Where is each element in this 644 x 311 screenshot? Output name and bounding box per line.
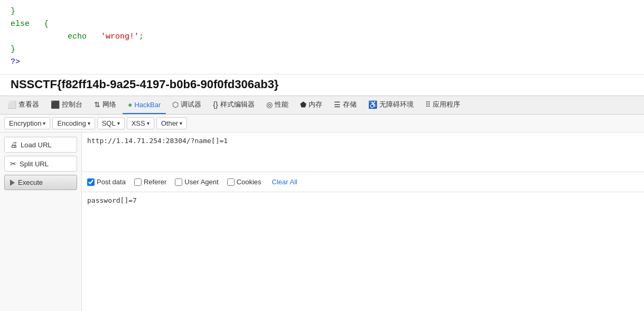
memory-icon: ⬟ bbox=[300, 100, 306, 109]
user-agent-checkbox[interactable] bbox=[175, 178, 182, 186]
referer-checkbox[interactable] bbox=[134, 178, 142, 186]
console-icon: ⬛ bbox=[51, 100, 60, 109]
inspector-icon: ⬜ bbox=[7, 100, 16, 109]
user-agent-label: User Agent bbox=[184, 178, 218, 186]
xss-arrow-icon: ▾ bbox=[147, 120, 150, 126]
user-agent-checkbox-item[interactable]: User Agent bbox=[175, 178, 218, 186]
tab-performance-label: 性能 bbox=[275, 100, 288, 109]
devtools-tabbar: ⬜ 查看器 ⬛ 控制台 ⇅ 网络 ● HackBar ⬡ 调试器 {} 样式编辑… bbox=[0, 96, 644, 115]
encoding-label: Encoding bbox=[57, 119, 86, 127]
tab-style-editor-label: 样式编辑器 bbox=[220, 100, 255, 109]
post-data-label: Post data bbox=[97, 178, 126, 186]
hackbar-toolbar: Encryption ▾ Encoding ▾ SQL ▾ XSS ▾ Othe… bbox=[0, 115, 644, 133]
code-line-3: echo 'wrong!'; bbox=[11, 31, 633, 43]
referer-checkbox-item[interactable]: Referer bbox=[134, 178, 166, 186]
encryption-arrow-icon: ▾ bbox=[43, 120, 45, 126]
checkboxes-bar: Post data Referer User Agent Cookies Cle… bbox=[82, 172, 644, 192]
code-line-5: ?> bbox=[11, 56, 633, 69]
tab-network-label: 网络 bbox=[102, 100, 116, 109]
post-data-checkbox[interactable] bbox=[87, 178, 95, 186]
tab-accessibility[interactable]: ♿ 无障碍环境 bbox=[363, 96, 419, 114]
xss-label: XSS bbox=[132, 119, 145, 127]
performance-icon: ◎ bbox=[266, 100, 273, 109]
cookies-checkbox[interactable] bbox=[227, 178, 235, 186]
post-data-input[interactable] bbox=[82, 192, 644, 311]
url-input-area bbox=[82, 133, 644, 172]
post-data-checkbox-item[interactable]: Post data bbox=[87, 178, 126, 186]
encoding-arrow-icon: ▾ bbox=[88, 120, 90, 126]
tab-memory-label: 内存 bbox=[309, 100, 322, 109]
tab-inspector-label: 查看器 bbox=[18, 100, 39, 109]
tab-console[interactable]: ⬛ 控制台 bbox=[45, 96, 88, 114]
tab-hackbar[interactable]: ● HackBar bbox=[123, 96, 166, 114]
tab-storage-label: 存储 bbox=[343, 100, 357, 109]
sql-arrow-icon: ▾ bbox=[117, 120, 120, 126]
tab-accessibility-label: 无障碍环境 bbox=[379, 100, 414, 109]
encoding-dropdown[interactable]: Encoding ▾ bbox=[52, 117, 95, 129]
referer-label: Referer bbox=[144, 178, 166, 186]
other-arrow-icon: ▾ bbox=[180, 120, 182, 126]
post-data-area bbox=[82, 192, 644, 311]
clear-all-button[interactable]: Clear All bbox=[272, 178, 297, 186]
cookies-checkbox-item[interactable]: Cookies bbox=[227, 178, 262, 186]
split-url-label: Split URL bbox=[20, 160, 49, 168]
sql-dropdown[interactable]: SQL ▾ bbox=[97, 117, 125, 129]
code-line-2: else { bbox=[11, 18, 633, 31]
execute-play-icon bbox=[10, 180, 15, 186]
hackbar-main: Post data Referer User Agent Cookies Cle… bbox=[82, 133, 644, 311]
hackbar-icon: ● bbox=[128, 100, 132, 109]
flag-text: NSSCTF{f82ff14b-9a25-4197-b0b6-90f0fd306… bbox=[0, 74, 644, 96]
execute-button[interactable]: Execute bbox=[4, 175, 77, 190]
storage-icon: ☰ bbox=[334, 100, 341, 109]
accessibility-icon: ♿ bbox=[368, 100, 377, 109]
hackbar-sidebar: 🖨 Load URL ✂ Split URL Execute bbox=[0, 133, 82, 311]
apps-icon: ⠿ bbox=[425, 100, 431, 109]
cookies-label: Cookies bbox=[237, 178, 262, 186]
tab-apps[interactable]: ⠿ 应用程序 bbox=[420, 96, 465, 114]
encryption-dropdown[interactable]: Encryption ▾ bbox=[4, 117, 50, 129]
tab-memory[interactable]: ⬟ 内存 bbox=[295, 96, 328, 114]
tab-apps-label: 应用程序 bbox=[433, 100, 460, 109]
other-label: Other bbox=[161, 119, 179, 127]
network-icon: ⇅ bbox=[94, 100, 100, 109]
code-line-1: } bbox=[11, 5, 633, 18]
load-url-button[interactable]: 🖨 Load URL bbox=[4, 137, 77, 153]
tab-debugger-label: 调试器 bbox=[181, 100, 201, 109]
tab-style-editor[interactable]: {} 样式编辑器 bbox=[208, 96, 259, 114]
tab-inspector[interactable]: ⬜ 查看器 bbox=[2, 96, 44, 114]
url-input[interactable] bbox=[82, 133, 644, 169]
code-line-4: } bbox=[11, 43, 633, 56]
hackbar-content: 🖨 Load URL ✂ Split URL Execute Post data… bbox=[0, 133, 644, 311]
encryption-label: Encryption bbox=[9, 119, 41, 127]
load-url-icon: 🖨 bbox=[10, 140, 17, 149]
xss-dropdown[interactable]: XSS ▾ bbox=[127, 117, 154, 129]
tab-storage[interactable]: ☰ 存储 bbox=[329, 96, 362, 114]
split-url-icon: ✂ bbox=[10, 159, 16, 168]
sql-label: SQL bbox=[102, 119, 116, 127]
other-dropdown[interactable]: Other ▾ bbox=[156, 117, 188, 129]
tab-console-label: 控制台 bbox=[62, 100, 82, 109]
tab-debugger[interactable]: ⬡ 调试器 bbox=[167, 96, 207, 114]
tab-performance[interactable]: ◎ 性能 bbox=[261, 96, 294, 114]
load-url-label: Load URL bbox=[21, 141, 52, 149]
debugger-icon: ⬡ bbox=[172, 100, 179, 109]
tab-hackbar-label: HackBar bbox=[134, 101, 161, 109]
split-url-button[interactable]: ✂ Split URL bbox=[4, 156, 77, 172]
tab-network[interactable]: ⇅ 网络 bbox=[89, 96, 122, 114]
execute-label: Execute bbox=[18, 178, 43, 186]
style-editor-icon: {} bbox=[213, 100, 218, 109]
code-area: } else { echo 'wrong!'; } ?> bbox=[0, 0, 644, 74]
